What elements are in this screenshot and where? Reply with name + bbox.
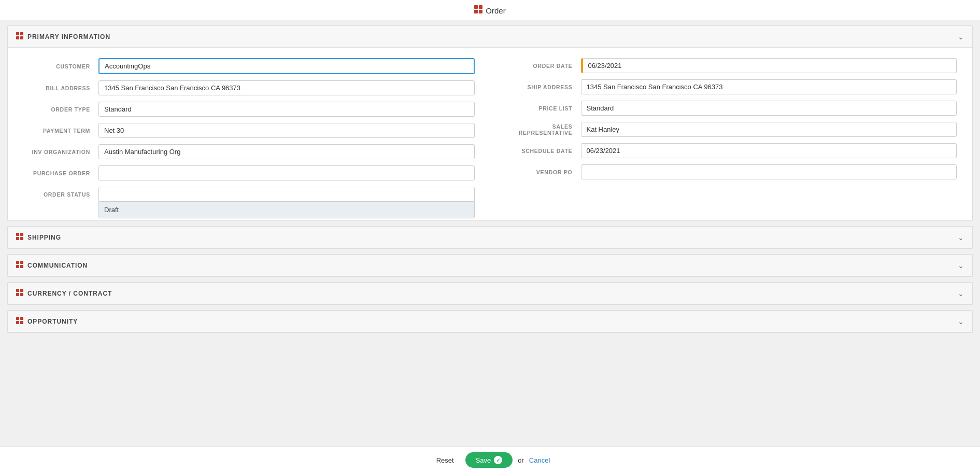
opportunity-chevron: ⌄ — [958, 317, 964, 326]
customer-row: CUSTOMER AccountingOps — [23, 58, 475, 74]
customer-label: CUSTOMER — [23, 63, 98, 69]
svg-rect-14 — [16, 265, 19, 268]
section-primary-information-header[interactable]: PRIMARY INFORMATION ⌄ — [8, 26, 972, 48]
purchase-order-control — [98, 165, 475, 180]
ship-address-row: SHIP ADDRESS 1345 San Francisco San Fran… — [506, 79, 957, 94]
svg-rect-17 — [20, 289, 23, 292]
svg-rect-8 — [16, 233, 19, 236]
bill-address-row: BILL ADDRESS 1345 San Francisco San Fran… — [23, 80, 475, 95]
purchase-order-label: PURCHASE ORDER — [23, 170, 98, 176]
currency-contract-chevron: ⌄ — [958, 289, 964, 298]
order-status-option-draft[interactable]: Draft — [99, 202, 474, 218]
section-communication-header[interactable]: COMMUNICATION ⌄ — [8, 255, 972, 276]
sales-rep-label: SALES REPRESENTATIVE — [506, 123, 581, 136]
order-status-dropdown: Draft — [98, 202, 475, 218]
section-opportunity: OPPORTUNITY ⌄ — [7, 310, 973, 333]
shipping-title: SHIPPING — [27, 234, 61, 241]
svg-rect-19 — [20, 293, 23, 296]
order-icon — [474, 5, 482, 16]
ship-address-control: 1345 San Francisco San Francisco CA 9637… — [581, 79, 957, 94]
svg-rect-6 — [16, 36, 19, 39]
payment-term-select[interactable]: Net 30 — [98, 123, 475, 138]
section-communication: COMMUNICATION ⌄ — [7, 254, 973, 277]
schedule-date-input[interactable] — [581, 143, 957, 158]
svg-rect-3 — [479, 10, 482, 13]
section-opportunity-header[interactable]: OPPORTUNITY ⌄ — [8, 311, 972, 332]
svg-rect-20 — [16, 317, 19, 320]
svg-rect-9 — [20, 233, 23, 236]
vendor-po-input[interactable] — [581, 164, 957, 179]
section-shipping: SHIPPING ⌄ — [7, 226, 973, 249]
primary-info-chevron: ⌄ — [958, 33, 964, 41]
purchase-order-input[interactable] — [98, 165, 475, 180]
bill-address-select[interactable]: 1345 San Francisco San Francisco CA 9637… — [98, 80, 475, 95]
inv-org-row: INV ORGANIZATION Austin Manufacturing Or… — [23, 144, 475, 159]
svg-rect-1 — [479, 5, 482, 9]
currency-contract-icon — [16, 289, 23, 298]
customer-select[interactable]: AccountingOps — [98, 58, 475, 74]
order-type-select[interactable]: Standard — [98, 102, 475, 117]
customer-control: AccountingOps — [98, 58, 475, 74]
primary-info-icon — [16, 32, 23, 41]
inv-org-control: Austin Manufacturing Org — [98, 144, 475, 159]
vendor-po-row: VENDOR PO — [506, 164, 957, 179]
sales-rep-select[interactable]: Kat Hanley — [581, 122, 957, 137]
svg-rect-18 — [16, 293, 19, 296]
order-type-control: Standard — [98, 102, 475, 117]
svg-rect-16 — [16, 289, 19, 292]
purchase-order-row: PURCHASE ORDER — [23, 165, 475, 180]
svg-rect-12 — [16, 261, 19, 264]
payment-term-row: PAYMENT TERM Net 30 — [23, 123, 475, 138]
currency-contract-title: CURRENCY / CONTRACT — [27, 290, 112, 297]
bill-address-label: BILL ADDRESS — [23, 85, 98, 91]
section-currency-contract-header[interactable]: CURRENCY / CONTRACT ⌄ — [8, 283, 972, 304]
payment-term-control: Net 30 — [98, 123, 475, 138]
svg-rect-2 — [474, 10, 478, 13]
svg-rect-23 — [20, 321, 23, 324]
svg-rect-15 — [20, 265, 23, 268]
section-primary-information: PRIMARY INFORMATION ⌄ CUSTOMER Accountin… — [7, 25, 973, 221]
order-date-input[interactable] — [581, 58, 957, 73]
opportunity-icon — [16, 317, 23, 326]
svg-rect-11 — [20, 237, 23, 240]
svg-rect-7 — [20, 36, 23, 39]
order-type-label: ORDER TYPE — [23, 106, 98, 113]
price-list-control: Standard — [581, 101, 957, 116]
ship-address-select[interactable]: 1345 San Francisco San Francisco CA 9637… — [581, 79, 957, 94]
opportunity-title: OPPORTUNITY — [27, 318, 78, 325]
vendor-po-label: VENDOR PO — [506, 169, 581, 175]
form-right-col: ORDER DATE SHIP ADDRESS 1345 San Francis… — [506, 58, 957, 208]
schedule-date-control — [581, 143, 957, 158]
communication-icon — [16, 261, 23, 270]
section-currency-contract: CURRENCY / CONTRACT ⌄ — [7, 282, 973, 305]
vendor-po-control — [581, 164, 957, 179]
price-list-select[interactable]: Standard — [581, 101, 957, 116]
svg-rect-4 — [16, 32, 19, 35]
shipping-chevron: ⌄ — [958, 233, 964, 242]
order-date-control — [581, 58, 957, 73]
inv-org-select[interactable]: Austin Manufacturing Org — [98, 144, 475, 159]
inv-org-label: INV ORGANIZATION — [23, 149, 98, 155]
bill-address-control: 1345 San Francisco San Francisco CA 9637… — [98, 80, 475, 95]
price-list-label: PRICE LIST — [506, 105, 581, 112]
order-status-select[interactable] — [98, 187, 475, 202]
svg-rect-21 — [20, 317, 23, 320]
svg-rect-5 — [20, 32, 23, 35]
schedule-date-row: SCHEDULE DATE — [506, 143, 957, 158]
shipping-icon — [16, 233, 23, 242]
svg-rect-13 — [20, 261, 23, 264]
svg-rect-22 — [16, 321, 19, 324]
communication-chevron: ⌄ — [958, 261, 964, 270]
section-shipping-header[interactable]: SHIPPING ⌄ — [8, 227, 972, 248]
form-left-col: CUSTOMER AccountingOps BILL ADDRESS 13 — [23, 58, 475, 208]
order-date-label: ORDER DATE — [506, 63, 581, 69]
page-title-bar: Order — [0, 0, 980, 20]
primary-info-body: CUSTOMER AccountingOps BILL ADDRESS 13 — [8, 48, 972, 220]
communication-title: COMMUNICATION — [27, 262, 88, 269]
order-status-label: ORDER STATUS — [23, 191, 98, 198]
ship-address-label: SHIP ADDRESS — [506, 84, 581, 90]
sales-rep-control: Kat Hanley — [581, 122, 957, 137]
order-status-control: Draft — [98, 187, 475, 202]
order-date-row: ORDER DATE — [506, 58, 957, 73]
payment-term-label: PAYMENT TERM — [23, 128, 98, 134]
